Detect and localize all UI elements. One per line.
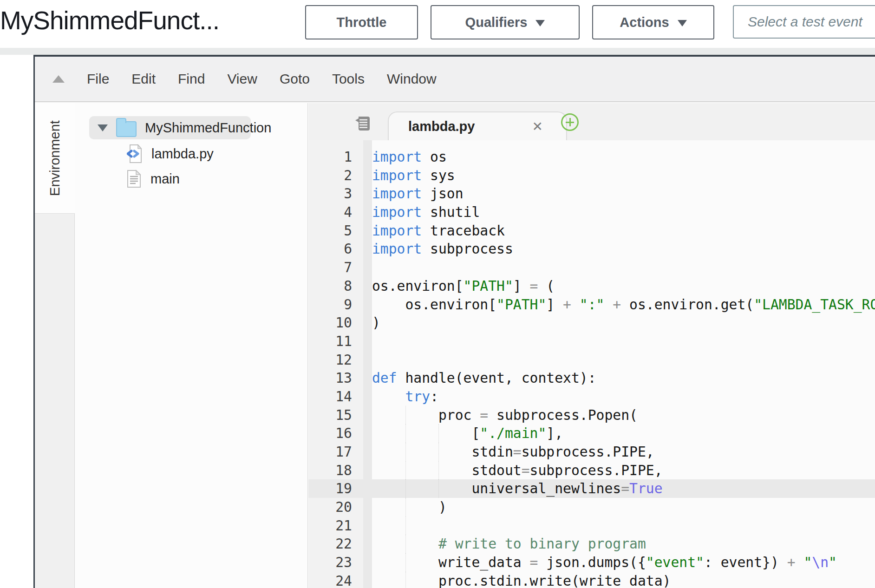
code-line-15[interactable]: 15 proc = subprocess.Popen( [308, 406, 875, 425]
code-line-18[interactable]: 18 stdout=subprocess.PIPE, [308, 461, 875, 480]
fold-gutter[interactable] [363, 424, 372, 443]
new-tab-plus-icon[interactable] [561, 113, 579, 131]
menu-item-find[interactable]: Find [178, 71, 205, 87]
menu-item-goto[interactable]: Goto [280, 71, 310, 87]
fold-gutter[interactable] [363, 222, 372, 240]
line-number[interactable]: 18 [308, 461, 363, 480]
line-number[interactable]: 19 [308, 479, 363, 498]
indent-guide [438, 443, 439, 461]
code-line-7[interactable]: 7 [308, 258, 875, 277]
code-line-1[interactable]: 1import os [308, 148, 875, 166]
code-line-24[interactable]: 24 proc.stdin.write(write_data) [308, 572, 875, 588]
code-line-8[interactable]: 8os.environ["PATH"] = ( [308, 277, 875, 295]
code-line-19[interactable]: 19 universal_newlines=True [308, 479, 875, 498]
fold-gutter[interactable] [363, 461, 372, 480]
line-number[interactable]: 23 [308, 553, 363, 572]
fold-gutter[interactable] [363, 443, 372, 461]
tab-lambda-py[interactable]: lambda.py ✕ [388, 111, 567, 140]
fold-gutter[interactable] [363, 351, 372, 369]
fold-gutter[interactable] [363, 295, 372, 314]
tree-row-root-folder[interactable]: MyShimmedFunction [98, 116, 271, 139]
code-line-17[interactable]: 17 stdin=subprocess.PIPE, [308, 443, 875, 461]
line-number[interactable]: 20 [308, 498, 363, 516]
line-number[interactable]: 4 [308, 203, 363, 222]
code-line-6[interactable]: 6import subprocess [308, 240, 875, 258]
line-number[interactable]: 16 [308, 424, 363, 443]
environment-tab[interactable]: Environment [35, 103, 75, 214]
line-number[interactable]: 12 [308, 351, 363, 369]
fold-gutter[interactable] [363, 572, 372, 588]
actions-button[interactable]: Actions [592, 5, 714, 39]
line-number[interactable]: 17 [308, 443, 363, 461]
line-number[interactable]: 9 [308, 295, 363, 314]
tree-row-main[interactable]: main [127, 168, 180, 189]
line-number[interactable]: 22 [308, 535, 363, 553]
fold-gutter[interactable] [363, 203, 372, 222]
code-line-9[interactable]: 9 os.environ["PATH"] + ":" + os.environ.… [308, 295, 875, 314]
fold-gutter[interactable] [363, 535, 372, 553]
fold-gutter[interactable] [363, 369, 372, 387]
fold-gutter[interactable] [363, 148, 372, 166]
fold-gutter[interactable] [363, 406, 372, 425]
line-number[interactable]: 8 [308, 277, 363, 295]
fold-gutter[interactable] [363, 498, 372, 516]
menu-item-edit[interactable]: Edit [131, 71, 156, 87]
line-number[interactable]: 24 [308, 572, 363, 588]
collapse-menu-icon[interactable] [52, 75, 65, 83]
code-line-14[interactable]: 14 try: [308, 387, 875, 406]
code-line-2[interactable]: 2import sys [308, 166, 875, 185]
indent-guide [438, 424, 439, 443]
test-event-select[interactable]: Select a test event [733, 5, 875, 39]
code-area[interactable]: 1import os2import sys3import json4import… [308, 140, 875, 588]
line-number[interactable]: 7 [308, 258, 363, 277]
fold-gutter[interactable] [363, 240, 372, 258]
line-number[interactable]: 10 [308, 314, 363, 332]
menu-item-tools[interactable]: Tools [332, 71, 365, 87]
code-line-10[interactable]: 10) [308, 314, 875, 332]
fold-gutter[interactable] [363, 314, 372, 332]
code-line-12[interactable]: 12 [308, 351, 875, 369]
qualifiers-button[interactable]: Qualifiers [431, 5, 580, 39]
indent-guide [405, 572, 406, 588]
tab-list-icon[interactable] [355, 116, 371, 131]
code-line-4[interactable]: 4import shutil [308, 203, 875, 222]
code-line-text: ) [372, 498, 875, 516]
line-number[interactable]: 6 [308, 240, 363, 258]
menu-item-window[interactable]: Window [387, 71, 437, 87]
fold-gutter[interactable] [363, 553, 372, 572]
line-number[interactable]: 3 [308, 184, 363, 203]
line-number[interactable]: 2 [308, 166, 363, 185]
code-line-16[interactable]: 16 ["./main"], [308, 424, 875, 443]
fold-gutter[interactable] [363, 332, 372, 351]
code-line-5[interactable]: 5import traceback [308, 222, 875, 240]
code-line-11[interactable]: 11 [308, 332, 875, 351]
code-line-22[interactable]: 22 # write to binary program [308, 535, 875, 553]
tab-close-icon[interactable]: ✕ [532, 119, 543, 134]
fold-gutter[interactable] [363, 479, 372, 498]
code-line-21[interactable]: 21 [308, 516, 875, 535]
fold-gutter[interactable] [363, 184, 372, 203]
line-number[interactable]: 15 [308, 406, 363, 425]
code-line-23[interactable]: 23 write_data = json.dumps({"event": eve… [308, 553, 875, 572]
line-number[interactable]: 1 [308, 148, 363, 166]
code-line-13[interactable]: 13def handle(event, context): [308, 369, 875, 387]
code-line-3[interactable]: 3import json [308, 184, 875, 203]
line-number[interactable]: 13 [308, 369, 363, 387]
fold-gutter[interactable] [363, 516, 372, 535]
fold-gutter[interactable] [363, 166, 372, 185]
line-number[interactable]: 14 [308, 387, 363, 406]
code-line-text [372, 351, 875, 369]
folder-expand-icon[interactable] [98, 124, 108, 131]
line-number[interactable]: 11 [308, 332, 363, 351]
test-event-placeholder: Select a test event [748, 14, 862, 30]
throttle-button[interactable]: Throttle [305, 5, 418, 39]
menu-item-file[interactable]: File [87, 71, 109, 87]
fold-gutter[interactable] [363, 387, 372, 406]
fold-gutter[interactable] [363, 258, 372, 277]
line-number[interactable]: 5 [308, 222, 363, 240]
tree-row-lambda-py[interactable]: lambda.py [127, 143, 214, 164]
menu-item-view[interactable]: View [227, 71, 257, 87]
line-number[interactable]: 21 [308, 516, 363, 535]
code-line-20[interactable]: 20 ) [308, 498, 875, 516]
fold-gutter[interactable] [363, 277, 372, 295]
